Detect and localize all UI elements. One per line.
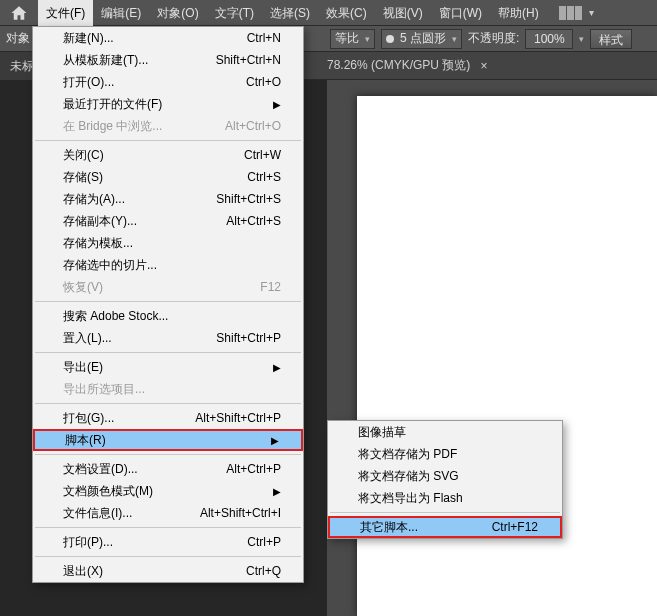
file-menu-item-4: 在 Bridge 中浏览...Alt+Ctrl+O [33,115,303,137]
submenu-arrow-icon: ▶ [273,486,281,497]
menu-item-shortcut: Alt+Ctrl+S [226,214,281,228]
menu-item-shortcut: Shift+Ctrl+P [216,331,281,345]
file-menu-item-8[interactable]: 存储为(A)...Shift+Ctrl+S [33,188,303,210]
menu-item-label: 恢复(V) [63,279,103,296]
close-icon[interactable]: × [480,59,487,73]
layout-selector-icon[interactable] [559,6,585,20]
menu-item-shortcut: Shift+Ctrl+S [216,192,281,206]
opacity-input[interactable]: 100% [525,29,573,49]
menubar-item-3[interactable]: 文字(T) [207,0,262,26]
menu-item-label: 文档颜色模式(M) [63,483,153,500]
menu-item-label: 将文档导出为 Flash [358,490,463,507]
menu-item-shortcut: Alt+Ctrl+P [226,462,281,476]
menubar-item-6[interactable]: 视图(V) [375,0,431,26]
menu-separator [35,454,301,455]
file-menu-item-29[interactable]: 退出(X)Ctrl+Q [33,560,303,582]
submenu-arrow-icon: ▶ [273,362,281,373]
menu-item-label: 导出(E) [63,359,103,376]
file-menu-item-10[interactable]: 存储为模板... [33,232,303,254]
style-button[interactable]: 样式 [590,29,632,49]
scripts-item-1[interactable]: 将文档存储为 PDF [328,443,562,465]
menubar-item-7[interactable]: 窗口(W) [431,0,490,26]
menu-item-label: 置入(L)... [63,330,112,347]
menu-item-shortcut: Ctrl+P [247,535,281,549]
menu-item-label: 存储(S) [63,169,103,186]
scripts-item-3[interactable]: 将文档导出为 Flash [328,487,562,509]
chevron-down-icon[interactable]: ▾ [579,34,584,44]
menu-item-label: 文件信息(I)... [63,505,132,522]
menu-separator [35,301,301,302]
file-menu-item-0[interactable]: 新建(N)...Ctrl+N [33,27,303,49]
menu-item-label: 最近打开的文件(F) [63,96,162,113]
menubar-item-4[interactable]: 选择(S) [262,0,318,26]
menu-item-shortcut: Ctrl+N [247,31,281,45]
file-menu-item-3[interactable]: 最近打开的文件(F)▶ [33,93,303,115]
menu-item-label: 其它脚本... [360,519,418,536]
home-icon[interactable] [10,4,28,22]
menu-item-shortcut: F12 [260,280,281,294]
file-menu-item-11[interactable]: 存储选中的切片... [33,254,303,276]
menu-separator [35,140,301,141]
menu-separator [330,512,560,513]
file-menu-item-27[interactable]: 打印(P)...Ctrl+P [33,531,303,553]
menu-item-label: 新建(N)... [63,30,114,47]
menu-item-label: 退出(X) [63,563,103,580]
menu-item-shortcut: Ctrl+W [244,148,281,162]
menu-item-shortcut: Ctrl+S [247,170,281,184]
menu-item-label: 存储为(A)... [63,191,125,208]
menu-item-shortcut: Ctrl+F12 [492,520,538,534]
file-menu-dropdown: 新建(N)...Ctrl+N从模板新建(T)...Shift+Ctrl+N打开(… [32,26,304,583]
scripts-item-5[interactable]: 其它脚本...Ctrl+F12 [328,516,562,538]
menu-item-label: 存储副本(Y)... [63,213,137,230]
chevron-down-icon[interactable]: ▾ [589,7,594,18]
file-menu-item-17[interactable]: 导出(E)▶ [33,356,303,378]
menu-item-label: 将文档存储为 PDF [358,446,457,463]
menubar-item-8[interactable]: 帮助(H) [490,0,547,26]
file-menu-item-21[interactable]: 脚本(R)▶ [33,429,303,451]
menubar-item-5[interactable]: 效果(C) [318,0,375,26]
menu-item-label: 搜索 Adobe Stock... [63,308,168,325]
submenu-arrow-icon: ▶ [271,435,279,446]
menu-item-label: 关闭(C) [63,147,104,164]
menubar-item-1[interactable]: 编辑(E) [93,0,149,26]
menu-item-label: 从模板新建(T)... [63,52,148,69]
menu-separator [35,352,301,353]
file-menu-item-12: 恢复(V)F12 [33,276,303,298]
file-menu-item-7[interactable]: 存储(S)Ctrl+S [33,166,303,188]
menu-item-shortcut: Shift+Ctrl+N [216,53,281,67]
file-menu-item-24[interactable]: 文档颜色模式(M)▶ [33,480,303,502]
file-menu-item-23[interactable]: 文档设置(D)...Alt+Ctrl+P [33,458,303,480]
menubar-item-2[interactable]: 对象(O) [149,0,206,26]
menu-item-label: 导出所选项目... [63,381,145,398]
menu-item-label: 脚本(R) [65,432,106,449]
scripts-item-2[interactable]: 将文档存储为 SVG [328,465,562,487]
file-menu-item-20[interactable]: 打包(G)...Alt+Shift+Ctrl+P [33,407,303,429]
scale-mode-select[interactable]: 等比▾ [330,29,375,49]
file-menu-item-6[interactable]: 关闭(C)Ctrl+W [33,144,303,166]
file-menu-item-25[interactable]: 文件信息(I)...Alt+Shift+Ctrl+I [33,502,303,524]
menu-item-shortcut: Alt+Shift+Ctrl+P [195,411,281,425]
file-menu-item-14[interactable]: 搜索 Adobe Stock... [33,305,303,327]
file-menu-item-9[interactable]: 存储副本(Y)...Alt+Ctrl+S [33,210,303,232]
menu-separator [35,403,301,404]
document-tab-active[interactable]: 78.26% (CMYK/GPU 预览) × [327,52,487,80]
menubar-item-0[interactable]: 文件(F) [38,0,93,26]
file-menu-item-15[interactable]: 置入(L)...Shift+Ctrl+P [33,327,303,349]
file-menu-item-1[interactable]: 从模板新建(T)...Shift+Ctrl+N [33,49,303,71]
menu-item-label: 将文档存储为 SVG [358,468,459,485]
menu-item-shortcut: Ctrl+O [246,75,281,89]
menu-item-label: 存储为模板... [63,235,133,252]
file-menu-item-18: 导出所选项目... [33,378,303,400]
submenu-arrow-icon: ▶ [273,99,281,110]
menubar: 文件(F)编辑(E)对象(O)文字(T)选择(S)效果(C)视图(V)窗口(W)… [0,0,657,26]
stroke-profile-select[interactable]: 5 点圆形▾ [381,29,462,49]
scripts-item-0[interactable]: 图像描草 [328,421,562,443]
menu-item-label: 存储选中的切片... [63,257,157,274]
scripts-submenu: 图像描草将文档存储为 PDF将文档存储为 SVG将文档导出为 Flash其它脚本… [327,420,563,539]
file-menu-item-2[interactable]: 打开(O)...Ctrl+O [33,71,303,93]
menu-separator [35,527,301,528]
menu-item-label: 打包(G)... [63,410,114,427]
menu-separator [35,556,301,557]
menu-item-shortcut: Ctrl+Q [246,564,281,578]
menu-item-label: 打印(P)... [63,534,113,551]
